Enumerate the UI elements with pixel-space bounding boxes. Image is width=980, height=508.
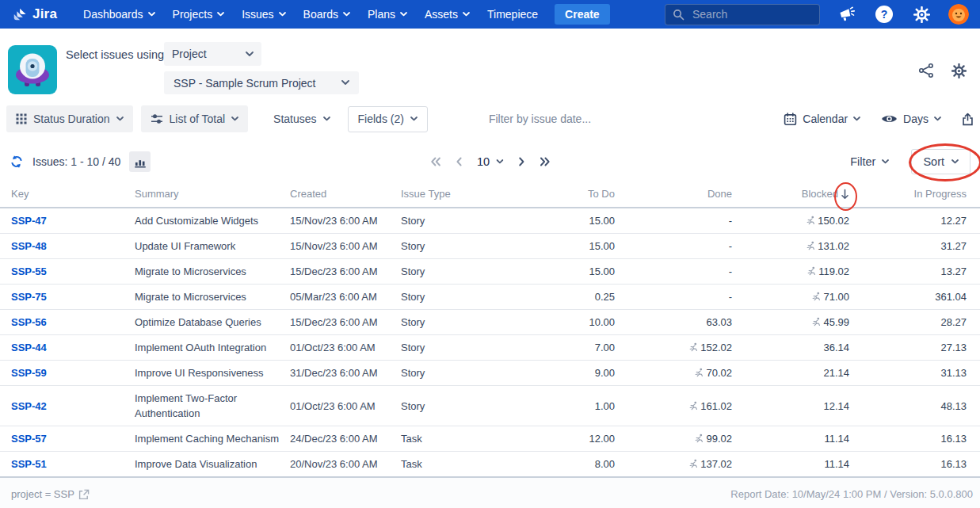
filter-button[interactable]: Filter: [850, 155, 889, 168]
column-header-to-do[interactable]: To Do: [490, 181, 621, 208]
blocked-cell: 11.14: [738, 452, 856, 478]
done-cell: 137.02: [621, 452, 738, 478]
table-row: SSP-57Implement Caching Mechanism24/Dec/…: [0, 426, 980, 452]
inprogress-cell: 31.13: [856, 361, 980, 386]
issue-key-link[interactable]: SSP-42: [11, 400, 47, 412]
done-cell: -: [621, 208, 738, 234]
issue-key-link[interactable]: SSP-56: [11, 316, 47, 328]
jira-logo[interactable]: Jira: [11, 6, 57, 23]
page-size-select[interactable]: 10: [477, 155, 503, 168]
nav-item-dashboards[interactable]: Dashboards: [74, 2, 164, 26]
report-toolbar: Status Duration List of Total Statuses F…: [6, 105, 974, 132]
blocked-cell: 21.14: [738, 361, 856, 386]
issue-type-cell: Story: [401, 310, 490, 335]
chart-view-button[interactable]: [129, 151, 151, 172]
column-header-summary[interactable]: Summary: [135, 181, 290, 208]
bar-chart-icon: [134, 156, 147, 168]
inprogress-cell: 48.13: [856, 386, 980, 426]
chevron-down-icon: [279, 12, 286, 17]
column-header-in-progress[interactable]: In Progress: [856, 181, 980, 208]
export-button[interactable]: [962, 113, 974, 126]
column-header-created[interactable]: Created: [290, 181, 401, 208]
issues-bar: Issues: 1 - 10 / 40 10 Filter: [10, 147, 970, 176]
report-actions: [917, 62, 967, 79]
refresh-button[interactable]: [10, 155, 24, 169]
sort-desc-icon: [841, 189, 849, 200]
issue-key-link[interactable]: SSP-59: [11, 367, 47, 379]
chevron-down-icon: [341, 80, 349, 86]
issue-key-link[interactable]: SSP-55: [11, 265, 47, 277]
table-row: SSP-51Improve Data Visualization20/Nov/2…: [0, 452, 980, 478]
nav-item-projects[interactable]: Projects: [164, 2, 234, 26]
share-icon: [918, 63, 934, 78]
next-page-button[interactable]: [518, 157, 524, 166]
table-row: SSP-59Improve UI Responsiveness31/Dec/23…: [0, 361, 980, 386]
nav-item-plans[interactable]: Plans: [359, 2, 416, 26]
runner-icon: [688, 459, 699, 469]
issue-key-link[interactable]: SSP-48: [11, 240, 47, 252]
issue-source-mode-select[interactable]: Project: [164, 42, 261, 66]
last-page-button[interactable]: [540, 157, 550, 166]
created-cell: 05/Mar/23 6:00 AM: [290, 285, 401, 310]
column-header-key[interactable]: Key: [0, 181, 135, 208]
key-cell: SSP-47: [0, 208, 135, 234]
main-nav-menu: Dashboards Projects Issues Boards Plans …: [74, 2, 547, 26]
create-button[interactable]: Create: [555, 4, 610, 25]
inprogress-cell: 13.27: [856, 259, 980, 285]
nav-item-boards[interactable]: Boards: [295, 2, 359, 26]
list-of-total-label: List of Total: [170, 113, 226, 125]
done-cell: 152.02: [621, 335, 738, 361]
issue-type-cell: Story: [401, 335, 490, 361]
runner-icon: [806, 266, 817, 277]
project-select[interactable]: SSP - Sample Scrum Project: [164, 71, 359, 94]
created-cell: 01/Oct/23 6:00 AM: [290, 386, 401, 426]
column-header-issue-type[interactable]: Issue Type: [401, 181, 490, 208]
global-search[interactable]: [665, 4, 820, 25]
issue-date-filter-input[interactable]: [487, 112, 673, 126]
issue-key-link[interactable]: SSP-57: [11, 433, 47, 445]
sort-button[interactable]: Sort: [911, 149, 970, 174]
issue-key-link[interactable]: SSP-47: [11, 215, 47, 227]
statuses-button[interactable]: Statuses: [264, 105, 339, 132]
gear-icon: [913, 6, 930, 23]
done-cell: -: [621, 234, 738, 259]
user-avatar[interactable]: [948, 4, 969, 25]
column-header-blocked[interactable]: Blocked: [738, 181, 856, 208]
status-duration-button[interactable]: Status Duration: [6, 105, 133, 132]
calendar-icon: [784, 113, 797, 126]
refresh-icon: [10, 155, 24, 169]
issue-key-link[interactable]: SSP-44: [11, 342, 47, 353]
settings-button[interactable]: [911, 4, 932, 25]
nav-item-timepiece[interactable]: Timepiece: [479, 2, 547, 26]
calendar-button[interactable]: Calendar: [784, 113, 860, 126]
summary-cell: Migrate to Microservices: [135, 259, 290, 285]
runner-icon: [694, 434, 704, 444]
nav-item-issues[interactable]: Issues: [233, 2, 294, 26]
days-unit-button[interactable]: Days: [881, 113, 941, 125]
table-row: SSP-48Update UI Framework15/Nov/23 6:00 …: [0, 234, 980, 259]
chevron-down-icon: [951, 159, 959, 164]
chevron-down-icon: [323, 116, 330, 121]
column-header-done[interactable]: Done: [621, 181, 738, 208]
chevron-down-icon: [231, 116, 238, 121]
announcements-button[interactable]: [837, 4, 857, 25]
todo-cell: 0.25: [490, 285, 621, 310]
search-input[interactable]: [691, 7, 789, 21]
previous-page-button[interactable]: [456, 157, 462, 166]
share-button[interactable]: [917, 62, 935, 79]
first-page-button[interactable]: [430, 157, 440, 166]
jql-link[interactable]: project = SSP: [11, 488, 90, 500]
blocked-cell: 45.99: [738, 310, 856, 335]
nav-item-assets[interactable]: Assets: [416, 2, 479, 26]
list-of-total-button[interactable]: List of Total: [141, 105, 249, 132]
issue-key-link[interactable]: SSP-51: [11, 458, 47, 470]
blocked-cell: 131.02: [738, 234, 856, 259]
done-cell: 70.02: [621, 361, 738, 386]
help-button[interactable]: ?: [874, 4, 894, 25]
issue-key-link[interactable]: SSP-75: [11, 291, 47, 303]
report-settings-button[interactable]: [950, 62, 967, 79]
report-footer: project = SSP Report Date: 10/May/24 1:0…: [0, 478, 980, 508]
created-cell: 15/Nov/23 6:00 AM: [290, 234, 401, 259]
inprogress-cell: 16.13: [856, 426, 980, 452]
fields-button[interactable]: Fields (2): [348, 106, 428, 132]
